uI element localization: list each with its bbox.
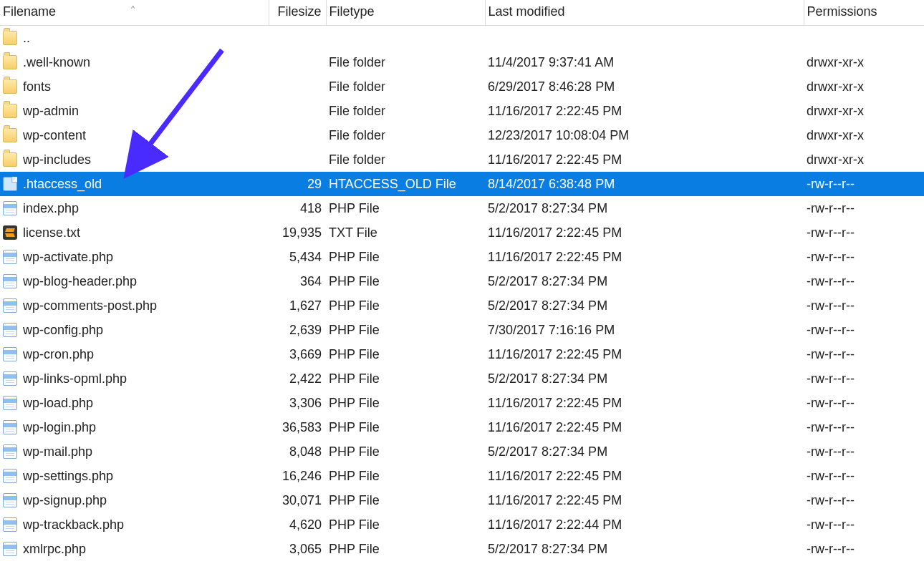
table-row[interactable]: wp-load.php3,306PHP File11/16/2017 2:22:… <box>0 391 924 415</box>
file-size: 3,306 <box>269 391 326 415</box>
file-modified: 6/29/2017 8:46:28 PM <box>485 74 804 99</box>
file-type: PHP File <box>326 293 485 318</box>
file-name: wp-includes <box>23 152 91 167</box>
file-name: wp-trackback.php <box>23 517 124 532</box>
file-name: wp-activate.php <box>23 250 113 265</box>
file-size <box>269 99 326 123</box>
file-permissions: -rw-r--r-- <box>804 488 924 512</box>
file-name: wp-login.php <box>23 420 96 435</box>
table-row[interactable]: wp-mail.php8,048PHP File5/2/2017 8:27:34… <box>0 439 924 464</box>
file-permissions: -rw-r--r-- <box>804 464 924 488</box>
column-header-filename[interactable]: Filename ^ <box>0 0 269 26</box>
file-type: File folder <box>326 99 485 123</box>
file-permissions: -rw-r--r-- <box>804 269 924 293</box>
file-permissions: -rw-r--r-- <box>804 172 924 196</box>
table-row[interactable]: wp-cron.php3,669PHP File11/16/2017 2:22:… <box>0 342 924 366</box>
file-modified: 5/2/2017 8:27:34 PM <box>485 537 804 561</box>
file-modified: 11/16/2017 2:22:45 PM <box>485 245 804 269</box>
file-modified: 11/16/2017 2:22:44 PM <box>485 512 804 537</box>
file-type: PHP File <box>326 488 485 512</box>
table-row[interactable]: wp-adminFile folder11/16/2017 2:22:45 PM… <box>0 99 924 123</box>
sort-indicator-icon: ^ <box>131 4 135 13</box>
file-name: wp-comments-post.php <box>23 298 157 313</box>
column-header-last-modified[interactable]: Last modified <box>485 0 804 26</box>
file-modified: 8/14/2017 6:38:48 PM <box>485 172 804 196</box>
file-type: PHP File <box>326 269 485 293</box>
file-permissions: -rw-r--r-- <box>804 415 924 439</box>
php-file-icon <box>3 420 17 434</box>
folder-icon <box>3 79 17 94</box>
file-icon <box>3 177 17 191</box>
php-file-icon <box>3 444 17 459</box>
table-row[interactable]: wp-contentFile folder12/23/2017 10:08:04… <box>0 123 924 147</box>
table-row[interactable]: license.txt19,935TXT File11/16/2017 2:22… <box>0 220 924 245</box>
column-header-filesize[interactable]: Filesize <box>269 0 326 26</box>
table-row[interactable]: xmlrpc.php3,065PHP File5/2/2017 8:27:34 … <box>0 537 924 561</box>
file-name: .. <box>23 31 30 46</box>
file-size <box>269 50 326 74</box>
php-file-icon <box>3 274 17 288</box>
file-size: 3,669 <box>269 342 326 366</box>
file-permissions: drwxr-xr-x <box>804 50 924 74</box>
file-size: 30,071 <box>269 488 326 512</box>
file-name: xmlrpc.php <box>23 542 86 557</box>
file-name: index.php <box>23 201 79 216</box>
column-header-filetype[interactable]: Filetype <box>326 0 485 26</box>
file-size: 36,583 <box>269 415 326 439</box>
file-permissions: -rw-r--r-- <box>804 196 924 220</box>
table-row[interactable]: wp-trackback.php4,620PHP File11/16/2017 … <box>0 512 924 537</box>
file-modified: 11/16/2017 2:22:45 PM <box>485 99 804 123</box>
file-type <box>326 26 485 51</box>
file-permissions: drwxr-xr-x <box>804 99 924 123</box>
file-type: PHP File <box>326 245 485 269</box>
table-row[interactable]: wp-login.php36,583PHP File11/16/2017 2:2… <box>0 415 924 439</box>
table-row[interactable]: .well-knownFile folder11/4/2017 9:37:41 … <box>0 50 924 74</box>
table-row[interactable]: .htaccess_old29HTACCESS_OLD File8/14/201… <box>0 172 924 196</box>
php-file-icon <box>3 201 17 215</box>
file-modified: 5/2/2017 8:27:34 PM <box>485 293 804 318</box>
file-size: 1,627 <box>269 293 326 318</box>
table-row[interactable]: wp-settings.php16,246PHP File11/16/2017 … <box>0 464 924 488</box>
file-type: HTACCESS_OLD File <box>326 172 485 196</box>
php-file-icon <box>3 517 17 532</box>
table-row[interactable]: fontsFile folder6/29/2017 8:46:28 PMdrwx… <box>0 74 924 99</box>
file-modified: 11/16/2017 2:22:45 PM <box>485 147 804 172</box>
table-row[interactable]: wp-includesFile folder11/16/2017 2:22:45… <box>0 147 924 172</box>
file-name: wp-blog-header.php <box>23 274 137 289</box>
table-row[interactable]: wp-signup.php30,071PHP File11/16/2017 2:… <box>0 488 924 512</box>
file-modified: 11/16/2017 2:22:45 PM <box>485 220 804 245</box>
file-modified: 11/16/2017 2:22:45 PM <box>485 342 804 366</box>
column-header-permissions[interactable]: Permissions <box>804 0 924 26</box>
folder-icon <box>3 152 17 167</box>
file-type: PHP File <box>326 537 485 561</box>
file-permissions: drwxr-xr-x <box>804 123 924 147</box>
table-row[interactable]: wp-comments-post.php1,627PHP File5/2/201… <box>0 293 924 318</box>
file-modified: 11/4/2017 9:37:41 AM <box>485 50 804 74</box>
file-list-table[interactable]: Filename ^ Filesize Filetype Last modifi… <box>0 0 924 561</box>
table-row[interactable]: .. <box>0 26 924 51</box>
file-name: .well-known <box>23 55 90 70</box>
file-modified: 5/2/2017 8:27:34 PM <box>485 196 804 220</box>
file-type: PHP File <box>326 196 485 220</box>
file-name: wp-cron.php <box>23 347 94 362</box>
table-row[interactable]: wp-links-opml.php2,422PHP File5/2/2017 8… <box>0 366 924 391</box>
table-row[interactable]: wp-blog-header.php364PHP File5/2/2017 8:… <box>0 269 924 293</box>
file-permissions: -rw-r--r-- <box>804 366 924 391</box>
file-type: File folder <box>326 50 485 74</box>
file-permissions: drwxr-xr-x <box>804 147 924 172</box>
file-permissions: -rw-r--r-- <box>804 537 924 561</box>
file-size <box>269 26 326 51</box>
table-row[interactable]: index.php418PHP File5/2/2017 8:27:34 PM-… <box>0 196 924 220</box>
file-size <box>269 74 326 99</box>
column-label: Filetype <box>329 4 375 19</box>
table-row[interactable]: wp-activate.php5,434PHP File11/16/2017 2… <box>0 245 924 269</box>
file-modified: 11/16/2017 2:22:45 PM <box>485 488 804 512</box>
file-name: wp-content <box>23 128 86 143</box>
file-type: PHP File <box>326 366 485 391</box>
file-name: wp-load.php <box>23 396 93 411</box>
file-type: PHP File <box>326 342 485 366</box>
table-row[interactable]: wp-config.php2,639PHP File7/30/2017 7:16… <box>0 318 924 342</box>
file-name: wp-mail.php <box>23 444 92 459</box>
file-type: File folder <box>326 74 485 99</box>
file-modified: 7/30/2017 7:16:16 PM <box>485 318 804 342</box>
